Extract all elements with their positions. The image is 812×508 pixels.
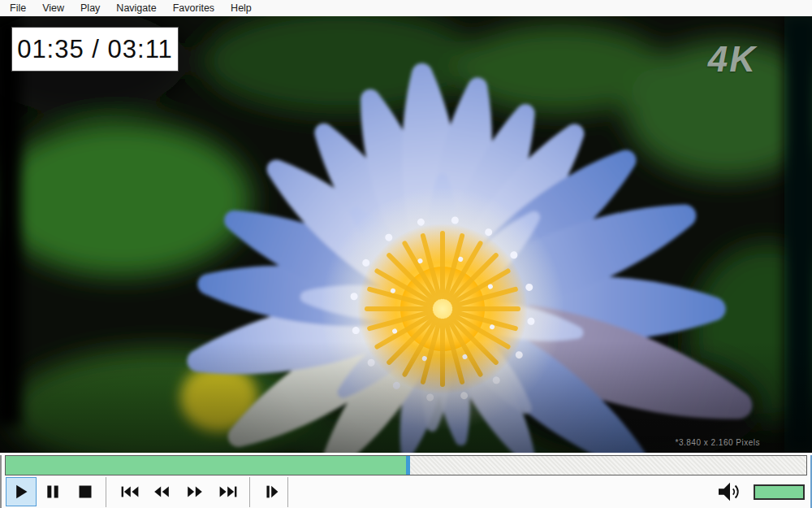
- menu-favorites[interactable]: Favorites: [165, 0, 222, 16]
- skip-backward-icon: [120, 485, 140, 498]
- toolbar-separator: [106, 477, 106, 507]
- play-icon: [12, 484, 30, 500]
- osd-timestamp: 01:35 / 03:11: [11, 27, 179, 72]
- skip-forward-button[interactable]: [212, 477, 244, 506]
- play-button[interactable]: [6, 477, 37, 506]
- video-display[interactable]: 01:35 / 03:11 4K *3.840 x 2.160 Pixels: [0, 16, 812, 453]
- rewind-button[interactable]: [145, 477, 178, 506]
- resolution-text: *3.840 x 2.160 Pixels: [676, 438, 760, 447]
- toolbar-separator: [249, 477, 250, 507]
- media-player-window: File View Play Navigate Favorites Help: [0, 0, 812, 508]
- seek-fill: [6, 456, 406, 475]
- menu-play[interactable]: Play: [72, 0, 108, 16]
- skip-forward-icon: [218, 485, 238, 498]
- pause-icon: [45, 484, 61, 500]
- seek-bar[interactable]: [5, 455, 807, 475]
- seek-playhead[interactable]: [406, 456, 410, 475]
- fast-forward-icon: [186, 485, 204, 498]
- stop-button[interactable]: [69, 477, 102, 506]
- toolbar-separator: [287, 477, 288, 507]
- volume-slider[interactable]: [754, 484, 805, 500]
- volume-fill: [755, 486, 803, 498]
- skip-backward-button[interactable]: [114, 477, 145, 506]
- menu-view[interactable]: View: [34, 0, 72, 16]
- frame-step-button[interactable]: [257, 477, 287, 506]
- menu-help[interactable]: Help: [222, 0, 260, 16]
- menu-bar: File View Play Navigate Favorites Help: [0, 0, 812, 16]
- transport-controls: [2, 476, 810, 507]
- menu-file[interactable]: File: [2, 0, 34, 16]
- menu-navigate[interactable]: Navigate: [108, 0, 164, 16]
- rewind-icon: [153, 485, 171, 498]
- frame-step-icon: [264, 484, 280, 499]
- stop-icon: [77, 484, 93, 500]
- fast-forward-button[interactable]: [178, 477, 212, 506]
- pause-button[interactable]: [37, 477, 69, 506]
- control-panel: [0, 455, 812, 508]
- video-frame-flower: [0, 16, 812, 453]
- speaker-icon: [717, 480, 743, 503]
- 4k-watermark: 4K: [708, 39, 757, 80]
- mute-button[interactable]: [716, 479, 744, 505]
